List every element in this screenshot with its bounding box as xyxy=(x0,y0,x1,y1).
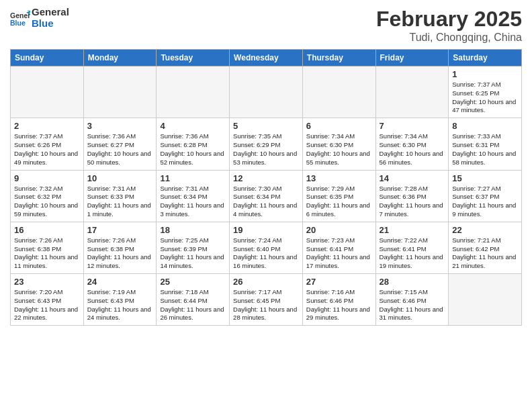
calendar-cell-w2-d7: 8Sunrise: 7:33 AM Sunset: 6:31 PM Daylig… xyxy=(449,118,522,170)
calendar-cell-w4-d2: 17Sunrise: 7:26 AM Sunset: 6:38 PM Dayli… xyxy=(83,222,157,273)
day-number: 5 xyxy=(233,121,299,131)
day-info: Sunrise: 7:26 AM Sunset: 6:38 PM Dayligh… xyxy=(14,236,80,271)
day-info: Sunrise: 7:21 AM Sunset: 6:42 PM Dayligh… xyxy=(452,236,518,271)
day-number: 19 xyxy=(233,225,299,235)
day-info: Sunrise: 7:20 AM Sunset: 6:43 PM Dayligh… xyxy=(14,288,80,322)
day-number: 7 xyxy=(380,121,445,131)
logo: General Blue General Blue xyxy=(10,7,69,29)
col-wednesday: Wednesday xyxy=(230,50,303,66)
day-number: 26 xyxy=(233,277,299,287)
day-info: Sunrise: 7:37 AM Sunset: 6:25 PM Dayligh… xyxy=(452,81,518,115)
day-number: 9 xyxy=(14,173,80,183)
calendar-cell-w3-d4: 12Sunrise: 7:30 AM Sunset: 6:34 PM Dayli… xyxy=(230,170,303,222)
day-number: 1 xyxy=(452,69,518,79)
day-info: Sunrise: 7:34 AM Sunset: 6:30 PM Dayligh… xyxy=(306,132,372,167)
day-info: Sunrise: 7:34 AM Sunset: 6:30 PM Dayligh… xyxy=(380,132,445,167)
calendar-cell-w4-d4: 19Sunrise: 7:24 AM Sunset: 6:40 PM Dayli… xyxy=(230,222,303,273)
col-sunday: Sunday xyxy=(11,50,84,66)
day-info: Sunrise: 7:18 AM Sunset: 6:44 PM Dayligh… xyxy=(160,288,226,322)
day-number: 11 xyxy=(160,173,226,183)
day-info: Sunrise: 7:26 AM Sunset: 6:38 PM Dayligh… xyxy=(87,236,153,271)
header: General Blue General Blue February 2025 … xyxy=(10,7,522,44)
calendar-cell-w1-d2 xyxy=(83,66,157,118)
day-number: 18 xyxy=(160,225,226,235)
day-number: 23 xyxy=(14,277,80,287)
calendar-week-3: 9Sunrise: 7:32 AM Sunset: 6:32 PM Daylig… xyxy=(11,170,522,222)
calendar-cell-w2-d6: 7Sunrise: 7:34 AM Sunset: 6:30 PM Daylig… xyxy=(375,118,449,170)
page: General Blue General Blue February 2025 … xyxy=(0,0,532,411)
day-info: Sunrise: 7:27 AM Sunset: 6:37 PM Dayligh… xyxy=(452,185,518,219)
calendar-cell-w3-d2: 10Sunrise: 7:31 AM Sunset: 6:33 PM Dayli… xyxy=(83,170,157,222)
day-number: 27 xyxy=(306,277,372,287)
col-thursday: Thursday xyxy=(302,50,375,66)
day-info: Sunrise: 7:28 AM Sunset: 6:36 PM Dayligh… xyxy=(380,185,445,219)
day-info: Sunrise: 7:25 AM Sunset: 6:39 PM Dayligh… xyxy=(160,236,226,271)
svg-text:Blue: Blue xyxy=(10,18,26,26)
calendar-cell-w3-d6: 14Sunrise: 7:28 AM Sunset: 6:36 PM Dayli… xyxy=(375,170,449,222)
day-number: 25 xyxy=(160,277,226,287)
day-info: Sunrise: 7:37 AM Sunset: 6:26 PM Dayligh… xyxy=(14,132,80,167)
calendar-header-row: Sunday Monday Tuesday Wednesday Thursday… xyxy=(11,50,522,66)
calendar-cell-w3-d1: 9Sunrise: 7:32 AM Sunset: 6:32 PM Daylig… xyxy=(11,170,84,222)
calendar-cell-w3-d3: 11Sunrise: 7:31 AM Sunset: 6:34 PM Dayli… xyxy=(157,170,230,222)
day-info: Sunrise: 7:22 AM Sunset: 6:41 PM Dayligh… xyxy=(380,236,445,271)
calendar-week-4: 16Sunrise: 7:26 AM Sunset: 6:38 PM Dayli… xyxy=(11,222,522,273)
day-number: 3 xyxy=(87,121,153,131)
calendar-cell-w3-d7: 15Sunrise: 7:27 AM Sunset: 6:37 PM Dayli… xyxy=(449,170,522,222)
calendar-cell-w1-d7: 1Sunrise: 7:37 AM Sunset: 6:25 PM Daylig… xyxy=(449,66,522,118)
day-number: 14 xyxy=(380,173,445,183)
calendar-week-1: 1Sunrise: 7:37 AM Sunset: 6:25 PM Daylig… xyxy=(11,66,522,118)
logo-text-general: General xyxy=(32,7,69,18)
calendar-cell-w5-d7 xyxy=(449,274,522,326)
col-friday: Friday xyxy=(375,50,449,66)
day-info: Sunrise: 7:19 AM Sunset: 6:43 PM Dayligh… xyxy=(87,288,153,322)
calendar-cell-w5-d5: 27Sunrise: 7:16 AM Sunset: 6:46 PM Dayli… xyxy=(302,274,375,326)
day-number: 6 xyxy=(306,121,372,131)
day-number: 20 xyxy=(306,225,372,235)
calendar-cell-w2-d4: 5Sunrise: 7:35 AM Sunset: 6:29 PM Daylig… xyxy=(230,118,303,170)
calendar-cell-w1-d4 xyxy=(230,66,303,118)
calendar-cell-w5-d4: 26Sunrise: 7:17 AM Sunset: 6:45 PM Dayli… xyxy=(230,274,303,326)
calendar-cell-w5-d6: 28Sunrise: 7:15 AM Sunset: 6:46 PM Dayli… xyxy=(375,274,449,326)
day-info: Sunrise: 7:24 AM Sunset: 6:40 PM Dayligh… xyxy=(233,236,299,271)
title-block: February 2025 Tudi, Chongqing, China xyxy=(376,7,522,44)
calendar-cell-w1-d3 xyxy=(157,66,230,118)
calendar-cell-w4-d6: 21Sunrise: 7:22 AM Sunset: 6:41 PM Dayli… xyxy=(375,222,449,273)
logo-icon: General Blue xyxy=(10,8,30,28)
day-info: Sunrise: 7:36 AM Sunset: 6:27 PM Dayligh… xyxy=(87,132,153,167)
calendar-cell-w4-d5: 20Sunrise: 7:23 AM Sunset: 6:41 PM Dayli… xyxy=(302,222,375,273)
calendar-cell-w2-d1: 2Sunrise: 7:37 AM Sunset: 6:26 PM Daylig… xyxy=(11,118,84,170)
day-number: 24 xyxy=(87,277,153,287)
day-number: 4 xyxy=(160,121,226,131)
day-info: Sunrise: 7:36 AM Sunset: 6:28 PM Dayligh… xyxy=(160,132,226,167)
day-number: 28 xyxy=(380,277,445,287)
day-number: 10 xyxy=(87,173,153,183)
day-info: Sunrise: 7:35 AM Sunset: 6:29 PM Dayligh… xyxy=(233,132,299,167)
day-info: Sunrise: 7:31 AM Sunset: 6:34 PM Dayligh… xyxy=(160,185,226,219)
day-info: Sunrise: 7:30 AM Sunset: 6:34 PM Dayligh… xyxy=(233,185,299,219)
calendar-cell-w2-d5: 6Sunrise: 7:34 AM Sunset: 6:30 PM Daylig… xyxy=(302,118,375,170)
calendar-week-5: 23Sunrise: 7:20 AM Sunset: 6:43 PM Dayli… xyxy=(11,274,522,326)
calendar-subtitle: Tudi, Chongqing, China xyxy=(376,32,522,44)
calendar-cell-w4-d7: 22Sunrise: 7:21 AM Sunset: 6:42 PM Dayli… xyxy=(449,222,522,273)
day-number: 2 xyxy=(14,121,80,131)
day-info: Sunrise: 7:29 AM Sunset: 6:35 PM Dayligh… xyxy=(306,185,372,219)
calendar-cell-w2-d3: 4Sunrise: 7:36 AM Sunset: 6:28 PM Daylig… xyxy=(157,118,230,170)
day-info: Sunrise: 7:33 AM Sunset: 6:31 PM Dayligh… xyxy=(452,132,518,167)
col-saturday: Saturday xyxy=(449,50,522,66)
calendar-title: February 2025 xyxy=(376,7,522,32)
day-info: Sunrise: 7:16 AM Sunset: 6:46 PM Dayligh… xyxy=(306,288,372,322)
day-info: Sunrise: 7:23 AM Sunset: 6:41 PM Dayligh… xyxy=(306,236,372,271)
calendar-cell-w1-d6 xyxy=(375,66,449,118)
calendar-cell-w1-d1 xyxy=(11,66,84,118)
day-number: 8 xyxy=(452,121,518,131)
day-number: 15 xyxy=(452,173,518,183)
day-info: Sunrise: 7:17 AM Sunset: 6:45 PM Dayligh… xyxy=(233,288,299,322)
calendar-cell-w5-d2: 24Sunrise: 7:19 AM Sunset: 6:43 PM Dayli… xyxy=(83,274,157,326)
calendar-week-2: 2Sunrise: 7:37 AM Sunset: 6:26 PM Daylig… xyxy=(11,118,522,170)
calendar-cell-w5-d3: 25Sunrise: 7:18 AM Sunset: 6:44 PM Dayli… xyxy=(157,274,230,326)
col-tuesday: Tuesday xyxy=(157,50,230,66)
calendar-cell-w5-d1: 23Sunrise: 7:20 AM Sunset: 6:43 PM Dayli… xyxy=(11,274,84,326)
day-number: 16 xyxy=(14,225,80,235)
calendar-table: Sunday Monday Tuesday Wednesday Thursday… xyxy=(10,49,522,326)
